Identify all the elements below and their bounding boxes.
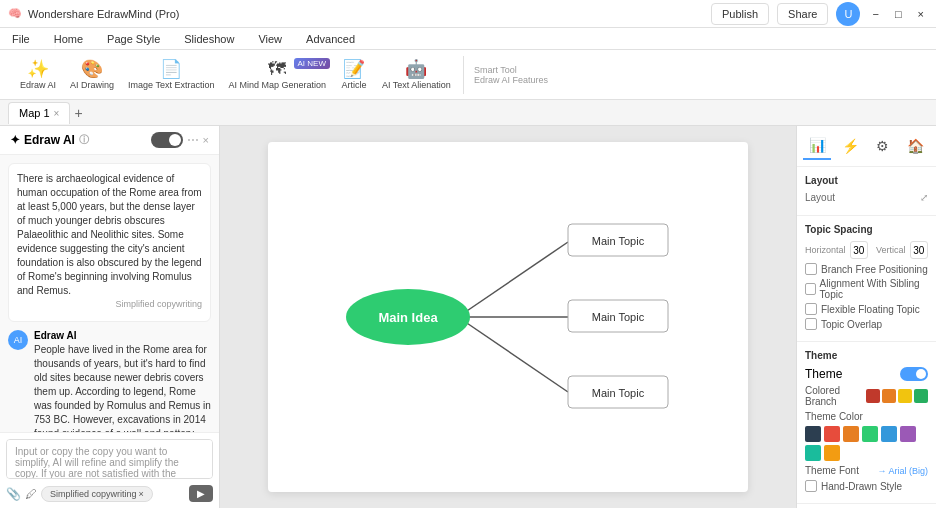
ai-star-icon: ✦ bbox=[10, 133, 20, 147]
background-section: Background □ None 🎨 Color ▦ Texture 🖼 Im… bbox=[797, 504, 936, 508]
ai-message-1-label: Simplified copywriting bbox=[17, 298, 202, 311]
ai-user-content-wrap: Edraw AI People have lived in the Rome a… bbox=[34, 330, 211, 432]
svg-line-2 bbox=[458, 317, 568, 392]
menu-advanced[interactable]: Advanced bbox=[302, 31, 359, 47]
ai-user-avatar: AI bbox=[8, 330, 28, 350]
edraw-ai-label: Edraw AI bbox=[20, 80, 56, 90]
menu-home[interactable]: Home bbox=[50, 31, 87, 47]
minimize-button[interactable]: − bbox=[868, 8, 882, 20]
flexible-checkbox[interactable] bbox=[805, 303, 817, 315]
tab-close-icon[interactable]: × bbox=[54, 108, 60, 119]
theme-color-8[interactable] bbox=[824, 445, 840, 461]
ai-message-1-text: There is archaeological evidence of huma… bbox=[17, 172, 202, 298]
tab-label: Map 1 bbox=[19, 107, 50, 119]
main-layout: ✦ Edraw AI ⓘ ⋯ × There is archaeological… bbox=[0, 126, 936, 508]
overlap-row: Topic Overlap bbox=[805, 318, 928, 330]
ai-messages: There is archaeological evidence of huma… bbox=[0, 155, 219, 432]
ai-text-input[interactable]: Input or copy the copy you want to simpl… bbox=[6, 439, 213, 479]
overlap-checkbox[interactable] bbox=[805, 318, 817, 330]
theme-color-1[interactable] bbox=[805, 426, 821, 442]
color-swatch-3[interactable] bbox=[898, 389, 912, 403]
colored-branch-palette bbox=[866, 389, 928, 403]
layout-expand-icon[interactable]: ⤢ bbox=[920, 192, 928, 203]
menu-file[interactable]: File bbox=[8, 31, 34, 47]
image-text-label: Image Text Extraction bbox=[128, 80, 214, 90]
horizontal-value[interactable]: 30 bbox=[850, 241, 868, 259]
attach-icon[interactable]: 📎 bbox=[6, 487, 21, 501]
right-panel-icons: 📊 ⚡ ⚙ 🏠 bbox=[797, 126, 936, 167]
close-button[interactable]: × bbox=[914, 8, 928, 20]
tag-close[interactable]: × bbox=[139, 489, 144, 499]
theme-colors bbox=[805, 426, 928, 461]
tab-map1[interactable]: Map 1 × bbox=[8, 102, 70, 124]
theme-color-2[interactable] bbox=[824, 426, 840, 442]
panel-settings-icon[interactable]: ⚙ bbox=[869, 132, 897, 160]
menu-slideshow[interactable]: Slideshow bbox=[180, 31, 238, 47]
add-tab-button[interactable]: + bbox=[74, 105, 82, 121]
title-bar-right: Publish Share U − □ × bbox=[711, 2, 928, 26]
canvas-bg: Main Idea Main Topic Main Topic Main Top… bbox=[268, 142, 748, 492]
color-swatch-4[interactable] bbox=[914, 389, 928, 403]
ai-panel-settings[interactable]: ⋯ bbox=[187, 133, 199, 147]
ai-simplify-tag[interactable]: Simplified copywriting × bbox=[41, 486, 153, 502]
ai-mind-map-button[interactable]: 🗺 AI Mind Map Generation AI NEW bbox=[222, 56, 332, 94]
color-swatch-2[interactable] bbox=[882, 389, 896, 403]
edraw-ai-button[interactable]: ✨ Edraw AI bbox=[14, 56, 62, 94]
ai-text-label: AI Text Alienation bbox=[382, 80, 451, 90]
ai-panel-header: ✦ Edraw AI ⓘ ⋯ × bbox=[0, 126, 219, 155]
svg-line-0 bbox=[458, 242, 568, 317]
canvas-area[interactable]: Main Idea Main Topic Main Topic Main Top… bbox=[220, 126, 796, 508]
image-text-button[interactable]: 📄 Image Text Extraction bbox=[122, 56, 220, 94]
ai-toolbar-group: ✨ Edraw AI 🎨 AI Drawing 📄 Image Text Ext… bbox=[8, 56, 464, 94]
ai-panel-close[interactable]: × bbox=[203, 134, 209, 146]
ai-text-button[interactable]: 🤖 AI Text Alienation bbox=[376, 56, 457, 94]
user-avatar[interactable]: U bbox=[836, 2, 860, 26]
theme-color-6[interactable] bbox=[900, 426, 916, 442]
theme-toggle[interactable] bbox=[900, 367, 928, 381]
theme-toggle-knob bbox=[916, 369, 926, 379]
title-bar: 🧠 Wondershare EdrawMind (Pro) Publish Sh… bbox=[0, 0, 936, 28]
ai-send-button[interactable]: ▶ bbox=[189, 485, 213, 502]
branch-free-checkbox[interactable] bbox=[805, 263, 817, 275]
ai-info-icon[interactable]: ⓘ bbox=[79, 133, 89, 147]
svg-text:Main Topic: Main Topic bbox=[592, 311, 645, 323]
ai-drawing-button[interactable]: 🎨 AI Drawing bbox=[64, 56, 120, 94]
article-icon: 📝 bbox=[343, 60, 365, 78]
menu-view[interactable]: View bbox=[254, 31, 286, 47]
theme-color-7[interactable] bbox=[805, 445, 821, 461]
ai-input-area: Input or copy the copy you want to simpl… bbox=[0, 432, 219, 508]
share-button[interactable]: Share bbox=[777, 3, 828, 25]
panel-home-icon[interactable]: 🏠 bbox=[902, 132, 930, 160]
theme-toggle-row: Theme bbox=[805, 367, 928, 381]
ai-user-message: AI Edraw AI People have lived in the Rom… bbox=[8, 330, 211, 432]
theme-font-value[interactable]: → Arial (Big) bbox=[877, 466, 928, 476]
image-text-icon: 📄 bbox=[160, 60, 182, 78]
theme-section: Theme Theme Colored Branch Theme Color bbox=[797, 342, 936, 504]
right-panel: 📊 ⚡ ⚙ 🏠 Layout Layout ⤢ Topic Spacing Ho… bbox=[796, 126, 936, 508]
app-icon: 🧠 bbox=[8, 7, 22, 20]
ai-message-1: There is archaeological evidence of huma… bbox=[8, 163, 211, 322]
article-button[interactable]: 📝 Article bbox=[334, 56, 374, 94]
panel-style-icon[interactable]: ⚡ bbox=[836, 132, 864, 160]
vertical-value[interactable]: 30 bbox=[910, 241, 928, 259]
pen-icon[interactable]: 🖊 bbox=[25, 487, 37, 501]
color-swatch-1[interactable] bbox=[866, 389, 880, 403]
hand-drawn-row: Hand-Drawn Style bbox=[805, 480, 928, 492]
ai-mind-map-icon: 🗺 bbox=[268, 60, 286, 78]
theme-color-4[interactable] bbox=[862, 426, 878, 442]
ai-toggle[interactable] bbox=[151, 132, 183, 148]
colored-branch-row: Colored Branch bbox=[805, 385, 928, 407]
ai-input-footer: 📎 🖊 Simplified copywriting × ▶ bbox=[6, 485, 213, 502]
title-bar-left: 🧠 Wondershare EdrawMind (Pro) bbox=[8, 7, 179, 20]
alignment-checkbox[interactable] bbox=[805, 283, 816, 295]
theme-color-5[interactable] bbox=[881, 426, 897, 442]
ai-text-icon: 🤖 bbox=[405, 60, 427, 78]
maximize-button[interactable]: □ bbox=[891, 8, 906, 20]
layout-row: Layout ⤢ bbox=[805, 192, 928, 203]
hand-drawn-checkbox[interactable] bbox=[805, 480, 817, 492]
menu-page-style[interactable]: Page Style bbox=[103, 31, 164, 47]
article-label: Article bbox=[341, 80, 366, 90]
panel-layout-icon[interactable]: 📊 bbox=[803, 132, 831, 160]
publish-button[interactable]: Publish bbox=[711, 3, 769, 25]
theme-color-3[interactable] bbox=[843, 426, 859, 442]
